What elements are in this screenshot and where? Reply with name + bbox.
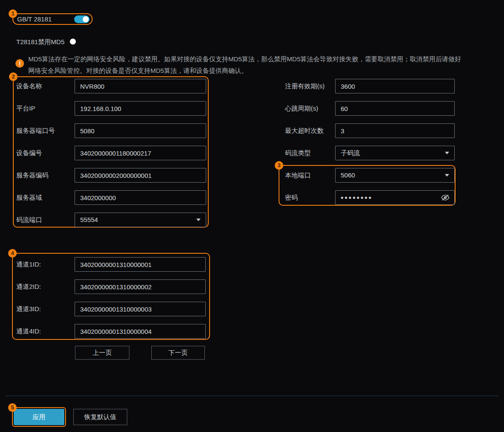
annotation-badge-2: 2 [9,72,18,81]
annotated-region-channel-ids: 4 通道1ID: 通道2ID: 通道3ID: 通道4ID: [12,253,210,340]
sip-params-section: 注册有效期(s) 心跳周期(s) 最大超时次数 码流类型 子码流 [279,76,456,162]
channel-4-id-input[interactable] [75,324,206,339]
stream-port-value: 55554 [80,213,98,227]
device-id-input[interactable] [75,146,206,160]
channel-1-id-input[interactable] [75,257,206,272]
max-timeout-input[interactable] [335,123,455,138]
device-name-label: 设备名称 [16,79,42,93]
toggle-knob [70,39,76,45]
annotation-badge-1: 1 [9,9,17,18]
register-validity-label: 注册有效期(s) [285,79,325,93]
gbt28181-toggle[interactable] [74,15,90,23]
toggle-knob [83,16,89,22]
channel-3-id-label: 通道3ID: [16,302,41,316]
eye-off-icon[interactable] [441,193,450,202]
stream-port-label: 码流端口 [16,213,42,227]
chevron-down-icon [445,174,449,177]
password-field[interactable]: •••••••• [335,190,455,205]
stream-type-label: 码流类型 [285,146,311,160]
server-domain-input[interactable] [75,190,206,205]
channel-3-id-input[interactable] [75,302,206,316]
heartbeat-period-input[interactable] [335,101,455,116]
annotation-badge-4: 4 [8,249,17,258]
local-port-label: 本地端口 [285,168,311,183]
server-port-label: 服务器端口号 [16,123,55,138]
server-domain-label: 服务器域 [16,190,42,205]
gbt28181-label: GB/T 28181 [17,14,52,24]
channel-1-id-label: 通道1ID: [16,257,41,272]
apply-button[interactable]: 应用 [14,409,64,425]
device-name-input[interactable] [75,79,206,93]
restore-defaults-label: 恢复默认值 [84,413,117,421]
device-id-label: 设备编号 [16,146,42,160]
server-code-input[interactable] [75,168,206,183]
password-label: 密码 [285,190,298,205]
channel-4-id-label: 通道4ID: [16,324,41,339]
annotated-region-apply: 5 应用 [12,407,66,427]
prev-page-button[interactable]: 上一页 [75,346,129,360]
chevron-down-icon [445,152,449,154]
stream-type-value: 子码流 [341,146,360,160]
annotated-region-platform-settings: 2 设备名称 平台IP 服务器端口号 设备编号 服务器编码 服务器域 码流端口 … [13,76,209,228]
warning-icon: ! [15,59,24,68]
heartbeat-period-label: 心跳周期(s) [285,101,318,116]
server-code-label: 服务器编码 [16,168,48,183]
local-port-select[interactable]: 5060 [335,168,455,183]
prev-page-label: 上一页 [93,349,112,357]
footer-divider [5,396,499,396]
annotation-badge-3: 3 [275,161,283,170]
apply-button-label: 应用 [33,413,45,421]
register-validity-input[interactable] [335,79,455,93]
next-page-label: 下一页 [168,349,188,357]
platform-ip-input[interactable] [75,101,206,116]
md5-warning-text: MD5算法存在一定的网络安全风险，建议禁用。如果对接的设备仅支持MD5算法，那么… [28,53,462,76]
disable-md5-label: T28181禁用MD5 [16,35,65,49]
stream-port-select[interactable]: 55554 [75,213,206,227]
platform-ip-label: 平台IP [16,101,35,116]
annotation-badge-5: 5 [8,403,17,412]
chevron-down-icon [196,219,201,221]
restore-defaults-button[interactable]: 恢复默认值 [73,409,127,425]
password-masked-value: •••••••• [341,191,372,205]
server-port-input[interactable] [75,123,206,138]
annotated-region-gbt28181: 1 GB/T 28181 [12,13,93,25]
local-port-value: 5060 [341,168,355,182]
annotated-region-local-port: 3 本地端口 5060 密码 •••••••• [279,165,456,206]
gbt28181-settings-page: 1 GB/T 28181 T28181禁用MD5 ! MD5算法存在一定的网络安… [0,0,504,432]
channel-2-id-input[interactable] [75,279,206,294]
max-timeout-label: 最大超时次数 [285,123,324,138]
channel-2-id-label: 通道2ID: [16,279,41,294]
stream-type-select[interactable]: 子码流 [335,146,455,160]
next-page-button[interactable]: 下一页 [151,346,205,360]
